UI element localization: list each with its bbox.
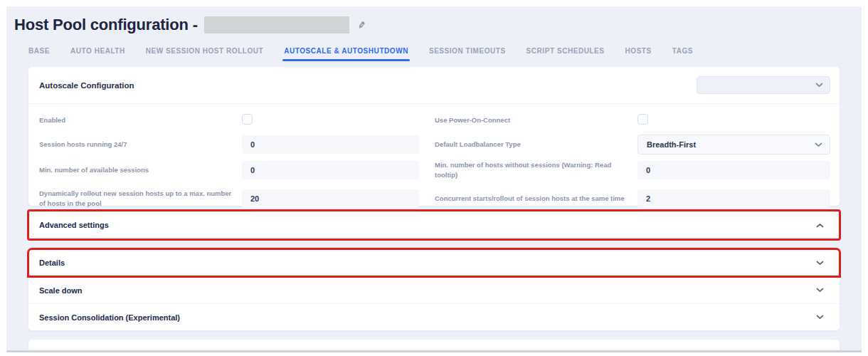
scale-down-label: Scale down	[39, 286, 83, 295]
autoscale-configuration-card: Autoscale Configuration Enabled Use Powe…	[28, 67, 840, 206]
loadbalancer-selected-value: Breadth-First	[647, 140, 696, 149]
section-scale-down[interactable]: Scale down	[28, 276, 840, 303]
autoscale-card-title: Autoscale Configuration	[39, 81, 134, 90]
chevron-down-icon	[815, 83, 823, 88]
session-consolidation-label: Session Consolidation (Experimental)	[39, 313, 180, 322]
enabled-label: Enabled	[39, 115, 242, 125]
tab-base[interactable]: BASE	[28, 47, 50, 61]
form-row: Session hosts running 24/7 Default Loadb…	[39, 132, 830, 157]
page-title-text: Host Pool configuration -	[14, 16, 198, 34]
accordion-stack: Details Scale down Session Consolidation…	[28, 249, 840, 330]
default-loadbalancer-type-label: Default Loadbalancer Type	[435, 140, 637, 150]
session-hosts-24-7-label: Session hosts running 24/7	[39, 140, 242, 150]
page-title: Host Pool configuration - ✎	[14, 14, 862, 36]
concurrent-starts-label: Concurrent starts/rollout of session hos…	[435, 194, 637, 204]
min-available-sessions-input[interactable]	[242, 161, 419, 179]
chevron-down-icon	[815, 142, 822, 147]
min-available-sessions-label: Min. number of available sessions	[39, 165, 242, 175]
section-advanced-settings[interactable]: Advanced settings	[28, 211, 840, 239]
details-label: Details	[39, 258, 65, 267]
app-window: Host Pool configuration - ✎ BASE AUTO HE…	[0, 0, 868, 356]
advanced-settings-label: Advanced settings	[39, 221, 109, 229]
enabled-checkbox[interactable]	[242, 114, 253, 125]
max-hosts-rollout-label: Dynamically rollout new session hosts up…	[39, 189, 242, 209]
autoscale-form: Enabled Use Power-On-Connect Session hos…	[28, 104, 840, 214]
page-background: Host Pool configuration - ✎ BASE AUTO HE…	[6, 6, 862, 352]
use-power-on-connect-checkbox[interactable]	[637, 114, 648, 125]
section-details[interactable]: Details	[28, 249, 840, 276]
form-row: Dynamically rollout new session hosts up…	[39, 183, 830, 214]
form-row: Min. number of available sessions Min. n…	[39, 157, 830, 183]
tab-new-session-host-rollout[interactable]: NEW SESSION HOST ROLLOUT	[146, 47, 263, 61]
tab-tags[interactable]: TAGS	[672, 47, 693, 61]
max-hosts-rollout-input[interactable]	[242, 189, 419, 208]
tab-script-schedules[interactable]: SCRIPT SCHEDULES	[526, 47, 605, 61]
chevron-down-icon	[816, 315, 824, 320]
tab-bar: BASE AUTO HEALTH NEW SESSION HOST ROLLOU…	[28, 41, 862, 61]
tab-session-timeouts[interactable]: SESSION TIMEOUTS	[429, 47, 506, 61]
chevron-up-icon	[816, 223, 824, 228]
autoscale-preset-select[interactable]	[697, 76, 830, 94]
autoscale-card-header: Autoscale Configuration	[28, 67, 840, 104]
form-row: Enabled Use Power-On-Connect	[39, 109, 830, 132]
min-hosts-without-sessions-label: Min. number of hosts without sessions (W…	[435, 160, 637, 180]
next-card-partial	[28, 340, 840, 352]
section-session-consolidation[interactable]: Session Consolidation (Experimental)	[28, 303, 840, 330]
tab-auto-health[interactable]: AUTO HEALTH	[70, 47, 125, 61]
concurrent-starts-input[interactable]	[637, 189, 830, 208]
tab-autoscale-autoshutdown[interactable]: AUTOSCALE & AUTOSHUTDOWN	[284, 47, 408, 61]
chevron-down-icon	[816, 288, 824, 293]
session-hosts-24-7-input[interactable]	[242, 135, 419, 154]
use-power-on-connect-label: Use Power-On-Connect	[435, 115, 637, 125]
redacted-host-pool-name	[204, 16, 349, 33]
min-hosts-without-sessions-input[interactable]	[637, 161, 830, 179]
edit-pencil-icon[interactable]: ✎	[357, 20, 366, 31]
default-loadbalancer-type-select[interactable]: Breadth-First	[637, 135, 830, 155]
chevron-down-icon	[816, 261, 824, 266]
tab-hosts[interactable]: HOSTS	[625, 47, 652, 61]
